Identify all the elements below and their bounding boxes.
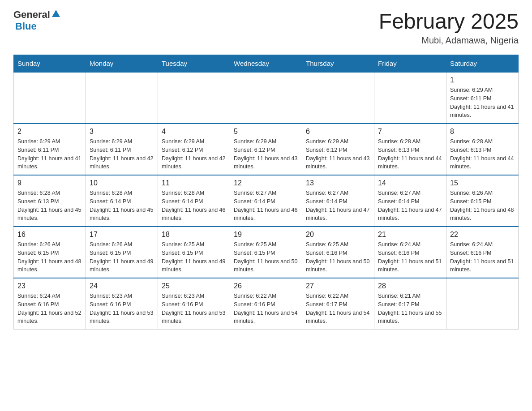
day-number: 8 — [450, 128, 515, 136]
day-info: Sunrise: 6:29 AM Sunset: 6:12 PM Dayligh… — [306, 137, 370, 171]
calendar-header-row: SundayMondayTuesdayWednesdayThursdayFrid… — [14, 55, 519, 73]
day-number: 20 — [306, 231, 370, 239]
day-info: Sunrise: 6:28 AM Sunset: 6:13 PM Dayligh… — [450, 137, 515, 171]
calendar-cell: 17Sunrise: 6:26 AM Sunset: 6:15 PM Dayli… — [86, 227, 158, 278]
calendar-header-monday: Monday — [86, 55, 158, 73]
calendar-week-row: 23Sunrise: 6:24 AM Sunset: 6:16 PM Dayli… — [14, 278, 519, 330]
day-number: 15 — [450, 179, 515, 187]
day-info: Sunrise: 6:27 AM Sunset: 6:14 PM Dayligh… — [306, 189, 370, 223]
day-info: Sunrise: 6:21 AM Sunset: 6:17 PM Dayligh… — [378, 292, 442, 325]
day-number: 11 — [162, 179, 226, 187]
calendar-cell: 7Sunrise: 6:28 AM Sunset: 6:13 PM Daylig… — [374, 124, 446, 175]
day-info: Sunrise: 6:23 AM Sunset: 6:16 PM Dayligh… — [162, 292, 226, 325]
day-info: Sunrise: 6:29 AM Sunset: 6:12 PM Dayligh… — [162, 137, 226, 171]
day-number: 12 — [234, 179, 298, 187]
day-number: 1 — [450, 76, 515, 84]
calendar-cell: 19Sunrise: 6:25 AM Sunset: 6:15 PM Dayli… — [230, 227, 302, 278]
day-info: Sunrise: 6:22 AM Sunset: 6:17 PM Dayligh… — [306, 292, 370, 325]
day-number: 5 — [234, 128, 298, 136]
calendar-cell: 12Sunrise: 6:27 AM Sunset: 6:14 PM Dayli… — [230, 175, 302, 227]
calendar-cell: 24Sunrise: 6:23 AM Sunset: 6:16 PM Dayli… — [86, 278, 158, 330]
calendar-header-wednesday: Wednesday — [230, 55, 302, 73]
day-info: Sunrise: 6:26 AM Sunset: 6:15 PM Dayligh… — [17, 240, 82, 274]
calendar-cell — [86, 72, 158, 124]
logo-general-text: General — [13, 9, 50, 21]
calendar-cell: 26Sunrise: 6:22 AM Sunset: 6:16 PM Dayli… — [230, 278, 302, 330]
logo: General Blue — [13, 9, 61, 32]
calendar-cell: 11Sunrise: 6:28 AM Sunset: 6:14 PM Dayli… — [158, 175, 230, 227]
day-number: 13 — [306, 179, 370, 187]
day-info: Sunrise: 6:25 AM Sunset: 6:16 PM Dayligh… — [306, 240, 370, 274]
calendar-week-row: 1Sunrise: 6:29 AM Sunset: 6:11 PM Daylig… — [14, 72, 519, 124]
day-info: Sunrise: 6:28 AM Sunset: 6:14 PM Dayligh… — [162, 189, 226, 223]
calendar-cell: 5Sunrise: 6:29 AM Sunset: 6:12 PM Daylig… — [230, 124, 302, 175]
svg-marker-0 — [52, 10, 60, 17]
day-number: 26 — [234, 282, 298, 290]
calendar-cell — [14, 72, 86, 124]
logo-triangle-icon — [51, 9, 61, 19]
calendar-cell: 27Sunrise: 6:22 AM Sunset: 6:17 PM Dayli… — [302, 278, 374, 330]
day-number: 7 — [378, 128, 442, 136]
day-number: 18 — [162, 231, 226, 239]
calendar-cell: 2Sunrise: 6:29 AM Sunset: 6:11 PM Daylig… — [14, 124, 86, 175]
calendar-cell: 23Sunrise: 6:24 AM Sunset: 6:16 PM Dayli… — [14, 278, 86, 330]
calendar-cell: 10Sunrise: 6:28 AM Sunset: 6:14 PM Dayli… — [86, 175, 158, 227]
day-info: Sunrise: 6:22 AM Sunset: 6:16 PM Dayligh… — [234, 292, 298, 325]
day-info: Sunrise: 6:25 AM Sunset: 6:15 PM Dayligh… — [162, 240, 226, 274]
calendar-cell — [446, 278, 519, 330]
calendar-cell: 4Sunrise: 6:29 AM Sunset: 6:12 PM Daylig… — [158, 124, 230, 175]
day-info: Sunrise: 6:24 AM Sunset: 6:16 PM Dayligh… — [17, 292, 82, 325]
day-info: Sunrise: 6:24 AM Sunset: 6:16 PM Dayligh… — [450, 240, 515, 274]
day-number: 22 — [450, 231, 515, 239]
day-info: Sunrise: 6:28 AM Sunset: 6:13 PM Dayligh… — [17, 189, 82, 223]
day-info: Sunrise: 6:29 AM Sunset: 6:11 PM Dayligh… — [90, 137, 154, 171]
calendar-cell: 13Sunrise: 6:27 AM Sunset: 6:14 PM Dayli… — [302, 175, 374, 227]
calendar-cell: 3Sunrise: 6:29 AM Sunset: 6:11 PM Daylig… — [86, 124, 158, 175]
calendar-cell — [374, 72, 446, 124]
day-number: 16 — [17, 231, 82, 239]
day-number: 24 — [90, 282, 154, 290]
day-info: Sunrise: 6:23 AM Sunset: 6:16 PM Dayligh… — [90, 292, 154, 325]
day-info: Sunrise: 6:26 AM Sunset: 6:15 PM Dayligh… — [90, 240, 154, 274]
day-info: Sunrise: 6:27 AM Sunset: 6:14 PM Dayligh… — [378, 189, 442, 223]
calendar-week-row: 9Sunrise: 6:28 AM Sunset: 6:13 PM Daylig… — [14, 175, 519, 227]
day-info: Sunrise: 6:29 AM Sunset: 6:11 PM Dayligh… — [17, 137, 82, 171]
day-number: 10 — [90, 179, 154, 187]
day-number: 27 — [306, 282, 370, 290]
calendar-cell: 16Sunrise: 6:26 AM Sunset: 6:15 PM Dayli… — [14, 227, 86, 278]
day-info: Sunrise: 6:28 AM Sunset: 6:13 PM Dayligh… — [378, 137, 442, 171]
calendar-cell: 28Sunrise: 6:21 AM Sunset: 6:17 PM Dayli… — [374, 278, 446, 330]
calendar-header-thursday: Thursday — [302, 55, 374, 73]
day-number: 17 — [90, 231, 154, 239]
day-info: Sunrise: 6:27 AM Sunset: 6:14 PM Dayligh… — [234, 189, 298, 223]
calendar-cell — [302, 72, 374, 124]
calendar-cell: 22Sunrise: 6:24 AM Sunset: 6:16 PM Dayli… — [446, 227, 519, 278]
month-title: February 2025 — [379, 9, 519, 34]
calendar-cell: 15Sunrise: 6:26 AM Sunset: 6:15 PM Dayli… — [446, 175, 519, 227]
day-number: 25 — [162, 282, 226, 290]
day-info: Sunrise: 6:29 AM Sunset: 6:11 PM Dayligh… — [450, 86, 515, 120]
location-title: Mubi, Adamawa, Nigeria — [379, 35, 519, 46]
day-info: Sunrise: 6:25 AM Sunset: 6:15 PM Dayligh… — [234, 240, 298, 274]
calendar-cell: 14Sunrise: 6:27 AM Sunset: 6:14 PM Dayli… — [374, 175, 446, 227]
day-number: 19 — [234, 231, 298, 239]
calendar-header-sunday: Sunday — [14, 55, 86, 73]
day-number: 4 — [162, 128, 226, 136]
calendar-cell: 6Sunrise: 6:29 AM Sunset: 6:12 PM Daylig… — [302, 124, 374, 175]
day-number: 2 — [17, 128, 82, 136]
calendar-header-friday: Friday — [374, 55, 446, 73]
calendar-cell: 20Sunrise: 6:25 AM Sunset: 6:16 PM Dayli… — [302, 227, 374, 278]
calendar-cell: 18Sunrise: 6:25 AM Sunset: 6:15 PM Dayli… — [158, 227, 230, 278]
calendar-cell: 8Sunrise: 6:28 AM Sunset: 6:13 PM Daylig… — [446, 124, 519, 175]
day-info: Sunrise: 6:26 AM Sunset: 6:15 PM Dayligh… — [450, 189, 515, 223]
calendar-cell: 1Sunrise: 6:29 AM Sunset: 6:11 PM Daylig… — [446, 72, 519, 124]
calendar-cell: 9Sunrise: 6:28 AM Sunset: 6:13 PM Daylig… — [14, 175, 86, 227]
day-info: Sunrise: 6:28 AM Sunset: 6:14 PM Dayligh… — [90, 189, 154, 223]
calendar-week-row: 16Sunrise: 6:26 AM Sunset: 6:15 PM Dayli… — [14, 227, 519, 278]
day-number: 9 — [17, 179, 82, 187]
day-number: 28 — [378, 282, 442, 290]
calendar-week-row: 2Sunrise: 6:29 AM Sunset: 6:11 PM Daylig… — [14, 124, 519, 175]
title-area: February 2025 Mubi, Adamawa, Nigeria — [379, 9, 519, 46]
calendar-cell — [158, 72, 230, 124]
calendar-cell: 21Sunrise: 6:24 AM Sunset: 6:16 PM Dayli… — [374, 227, 446, 278]
